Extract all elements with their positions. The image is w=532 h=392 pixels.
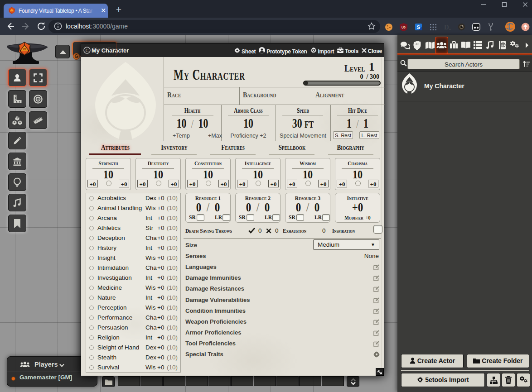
svg-text:S: S <box>417 24 420 30</box>
svg-text:U0: U0 <box>401 26 406 29</box>
svg-text:D: D <box>444 24 449 31</box>
svg-text:20: 20 <box>23 48 26 51</box>
